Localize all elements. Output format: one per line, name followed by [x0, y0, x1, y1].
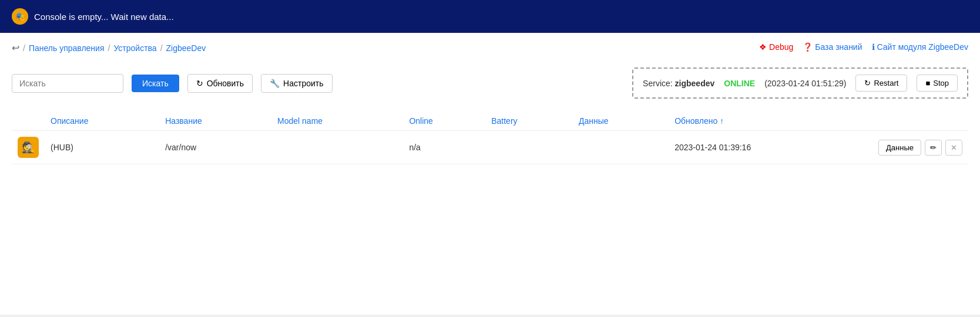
delete-button[interactable]: ✕ — [945, 140, 962, 156]
service-label: Service: zigbeedev — [643, 79, 714, 88]
service-timestamp: (2023-01-24 01:51:29) — [764, 79, 846, 88]
row-updated: 2023-01-24 01:39:16 — [669, 131, 872, 164]
breadcrumb-sep3: / — [160, 43, 163, 53]
row-description: (HUB) — [45, 131, 159, 164]
breadcrumb-devices[interactable]: Устройства — [113, 43, 156, 53]
col-model: Model name — [271, 112, 403, 131]
edit-button[interactable]: ✏ — [925, 140, 942, 156]
col-data: Данные — [573, 112, 669, 131]
stop-icon: ■ — [925, 79, 930, 87]
search-input[interactable] — [12, 74, 123, 93]
row-icon-cell: 🕵 — [12, 131, 45, 164]
main-content: ❖ Debug ❓ База знаний ℹ Сайт модуля Zigb… — [0, 33, 980, 315]
refresh-icon: ↻ — [196, 79, 203, 88]
refresh-label: Обновить — [207, 79, 244, 88]
device-table: Описание Название Model name Online Batt… — [12, 112, 968, 164]
search-button[interactable]: Искать — [132, 75, 179, 92]
row-battery — [485, 131, 573, 164]
row-model — [271, 131, 403, 164]
console-icon: 🎭 — [12, 8, 28, 25]
col-online: Online — [403, 112, 485, 131]
row-name: /var/now — [159, 131, 271, 164]
toolbar-row: Искать ↻ Обновить 🔧 Настроить Service: z… — [12, 68, 968, 99]
console-message: Console is empty... Wait new data... — [34, 12, 174, 22]
stop-label: Stop — [933, 79, 949, 87]
breadcrumb-sep2: / — [108, 43, 110, 53]
debug-icon: ❖ — [759, 42, 767, 52]
knowledge-link[interactable]: ❓ База знаний — [803, 42, 862, 52]
row-online: n/a — [403, 131, 485, 164]
row-data-col — [573, 131, 669, 164]
breadcrumb-current: ZigbeeDev — [166, 43, 206, 53]
configure-icon: 🔧 — [270, 79, 280, 88]
configure-button[interactable]: 🔧 Настроить — [261, 74, 332, 93]
service-name: zigbeedev — [675, 79, 715, 88]
device-icon: 🕵 — [18, 137, 39, 158]
knowledge-label: База знаний — [815, 42, 862, 52]
service-online: ONLINE — [724, 79, 755, 88]
breadcrumb: ↩ / Панель управления / Устройства / Zig… — [12, 42, 759, 53]
site-label: Сайт модуля ZigbeeDev — [877, 42, 968, 52]
knowledge-icon: ❓ — [803, 42, 813, 52]
restart-button[interactable]: ↻ Restart — [855, 75, 907, 92]
col-description: Описание — [45, 112, 159, 131]
configure-label: Настроить — [283, 79, 323, 88]
stop-button[interactable]: ■ Stop — [917, 75, 958, 92]
debug-label: Debug — [769, 42, 793, 52]
row-actions: Данные ✏ ✕ — [872, 131, 968, 164]
breadcrumb-home[interactable]: Панель управления — [29, 43, 105, 53]
site-link[interactable]: ℹ Сайт модуля ZigbeeDev — [872, 42, 968, 52]
col-actions — [872, 112, 968, 131]
table-header-row: Описание Название Model name Online Batt… — [12, 112, 968, 131]
restart-label: Restart — [874, 79, 898, 87]
debug-link[interactable]: ❖ Debug — [759, 42, 793, 52]
col-name: Название — [159, 112, 271, 131]
col-icon — [12, 112, 45, 131]
site-icon: ℹ — [872, 42, 875, 52]
console-bar: 🎭 Console is empty... Wait new data... — [0, 0, 980, 33]
refresh-button[interactable]: ↻ Обновить — [187, 74, 253, 93]
breadcrumb-sep1: / — [23, 43, 25, 53]
restart-icon: ↻ — [864, 79, 871, 87]
back-button[interactable]: ↩ — [12, 42, 19, 53]
service-status-box: Service: zigbeedev ONLINE (2023-01-24 01… — [632, 68, 968, 99]
col-updated[interactable]: Обновлено ↑ — [669, 112, 872, 131]
col-battery: Battery — [485, 112, 573, 131]
top-links: ❖ Debug ❓ База знаний ℹ Сайт модуля Zigb… — [759, 42, 968, 52]
data-button[interactable]: Данные — [878, 140, 921, 156]
table-row: 🕵 (HUB) /var/now n/a 2023-01-24 01:39:16… — [12, 131, 968, 164]
